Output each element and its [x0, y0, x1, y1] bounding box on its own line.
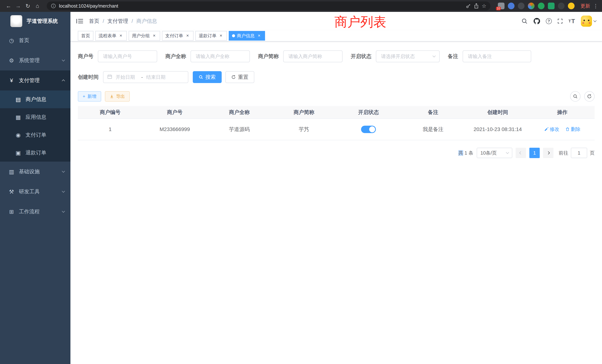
- end-date-input[interactable]: [146, 74, 169, 80]
- pagination-goto: 前往 页: [559, 148, 595, 158]
- search-form-row-1: 商户号 商户全称 商户简称 开启状态: [78, 50, 595, 62]
- delete-link[interactable]: 删除: [565, 126, 580, 132]
- status-toggle[interactable]: [361, 126, 376, 133]
- sidebar-item-app-info[interactable]: ▦ 应用信息: [0, 108, 70, 126]
- site-info-icon[interactable]: [51, 3, 56, 9]
- sidebar-item-refund-order[interactable]: ▣ 退款订单: [0, 144, 70, 162]
- payment-submenu: ▤ 商户信息 ▦ 应用信息 ◉ 支付订单 ▣ 退款订单: [0, 90, 70, 162]
- github-icon[interactable]: [533, 18, 540, 25]
- extension-green-circle-icon[interactable]: [538, 3, 545, 9]
- font-size-icon[interactable]: TT: [569, 18, 575, 25]
- merchant-no-input[interactable]: [102, 53, 153, 60]
- extension-drop-icon[interactable]: [508, 3, 515, 9]
- reset-button[interactable]: 重置: [225, 71, 254, 83]
- tab-refund-order[interactable]: 退款订单 ×: [195, 31, 227, 41]
- app-logo[interactable]: 芋道管理系统: [0, 12, 70, 30]
- sidebar-item-devtools[interactable]: ⚒ 研发工具: [0, 182, 70, 202]
- field-label: 开启状态: [351, 53, 371, 60]
- sidebar-item-label: 支付管理: [19, 77, 40, 84]
- browser-update-button[interactable]: 更新: [580, 3, 590, 9]
- search-icon[interactable]: [521, 18, 528, 24]
- extension-colorful-icon[interactable]: [528, 3, 535, 9]
- calendar-icon: [107, 74, 112, 81]
- chevron-down-icon: [593, 19, 597, 22]
- sidebar-item-merchant-info[interactable]: ▤ 商户信息: [0, 90, 70, 108]
- page-number-1[interactable]: 1: [529, 148, 540, 158]
- status-select[interactable]: [376, 50, 440, 62]
- chevron-down-icon: [62, 210, 65, 213]
- sidebar-item-label: 工作流程: [19, 208, 40, 215]
- tab-user-group[interactable]: 用户分组 ×: [129, 31, 160, 41]
- password-key-icon[interactable]: [466, 3, 471, 9]
- col-remark: 备注: [401, 106, 466, 119]
- pagination-total: 共 1 条: [458, 150, 473, 156]
- chevron-down-icon: [506, 151, 509, 154]
- chevron-right-icon: [547, 151, 550, 155]
- extension-puzzle-icon[interactable]: 10: [498, 3, 505, 9]
- col-full-name: 商户全称: [207, 106, 272, 119]
- remark-input[interactable]: [467, 53, 527, 60]
- sidebar-item-label: 应用信息: [26, 114, 46, 121]
- status-select-input[interactable]: [380, 53, 431, 60]
- browser-menu-icon[interactable]: ⋮: [593, 3, 598, 9]
- merchant-full-name-input[interactable]: [195, 53, 245, 60]
- sidebar-item-label: 退款订单: [26, 149, 46, 156]
- sidebar-item-pay-order[interactable]: ◉ 支付订单: [0, 126, 70, 144]
- cell-merchant-id: 1: [78, 119, 142, 140]
- tools-icon: ⚒: [8, 189, 15, 195]
- extension-green-doc-icon[interactable]: [548, 3, 555, 9]
- merchant-table: 商户编号 商户号 商户全称 商户简称 开启状态 备注 创建时间 操作 1: [78, 106, 595, 140]
- search-button-label: 搜索: [205, 74, 216, 81]
- extension-emoji-icon[interactable]: [568, 3, 575, 9]
- toggle-search-button[interactable]: [570, 91, 580, 102]
- breadcrumb-item-home[interactable]: 首页: [89, 18, 99, 25]
- address-bar[interactable]: localhost:1024/pay/merchant ☆: [47, 1, 490, 10]
- add-button[interactable]: + 新增: [78, 91, 101, 102]
- fullscreen-icon[interactable]: [557, 18, 563, 24]
- close-icon[interactable]: ×: [257, 33, 262, 38]
- extension-pin-icon[interactable]: [558, 3, 565, 9]
- cell-create-time: 2021-10-23 08:31:14: [465, 119, 530, 140]
- extension-dark-icon[interactable]: [518, 3, 525, 9]
- page-content: 商户号 商户全称 商户简称 开启状态: [70, 42, 602, 158]
- sidebar-item-payment[interactable]: ¥ 支付管理: [0, 70, 70, 90]
- sidebar-item-infra[interactable]: ▥ 基础设施: [0, 162, 70, 182]
- next-page-button[interactable]: [543, 148, 553, 158]
- sidebar-item-label: 系统管理: [19, 57, 40, 64]
- help-icon[interactable]: ?: [546, 18, 552, 24]
- edit-link[interactable]: 修改: [544, 126, 559, 132]
- col-actions: 操作: [530, 106, 595, 119]
- close-icon[interactable]: ×: [218, 33, 224, 38]
- page-size-select[interactable]: 10条/页: [477, 148, 512, 158]
- sidebar-item-home[interactable]: ◷ 首页: [0, 30, 70, 50]
- breadcrumb-item-payment[interactable]: 支付管理: [108, 18, 128, 25]
- sidebar-toggle-icon[interactable]: [76, 18, 83, 24]
- browser-home-button[interactable]: ⌂: [33, 3, 42, 9]
- close-icon[interactable]: ×: [185, 33, 190, 38]
- user-menu[interactable]: [581, 16, 596, 27]
- prev-page-button[interactable]: [516, 148, 526, 158]
- close-icon[interactable]: ×: [152, 33, 157, 38]
- merchant-short-name-input[interactable]: [288, 53, 338, 60]
- tab-process-form[interactable]: 流程表单 ×: [95, 31, 127, 41]
- browser-reload-button[interactable]: ↻: [23, 3, 33, 9]
- bookmark-star-icon[interactable]: ☆: [482, 3, 486, 9]
- tab-pay-order[interactable]: 支付订单 ×: [162, 31, 194, 41]
- date-range-picker[interactable]: -: [103, 71, 188, 83]
- start-date-input[interactable]: [115, 74, 139, 80]
- goto-page-input[interactable]: [571, 148, 587, 158]
- tab-home[interactable]: 首页: [78, 31, 93, 41]
- search-button[interactable]: 搜索: [193, 71, 222, 83]
- sidebar-item-workflow[interactable]: ⊞ 工作流程: [0, 202, 70, 222]
- sidebar-item-system[interactable]: ⚙ 系统管理: [0, 50, 70, 70]
- browser-forward-button[interactable]: →: [13, 3, 23, 9]
- close-icon[interactable]: ×: [118, 33, 123, 38]
- browser-back-button[interactable]: ←: [4, 3, 13, 9]
- tab-merchant-info[interactable]: 商户信息 ×: [229, 31, 265, 41]
- share-icon[interactable]: [474, 3, 479, 9]
- export-button[interactable]: 导出: [105, 91, 130, 102]
- url-text[interactable]: localhost:1024/pay/merchant: [59, 3, 118, 9]
- table-toolbar: + 新增 导出: [78, 91, 595, 102]
- goto-label: 前往: [559, 150, 568, 156]
- refresh-button[interactable]: [584, 91, 595, 102]
